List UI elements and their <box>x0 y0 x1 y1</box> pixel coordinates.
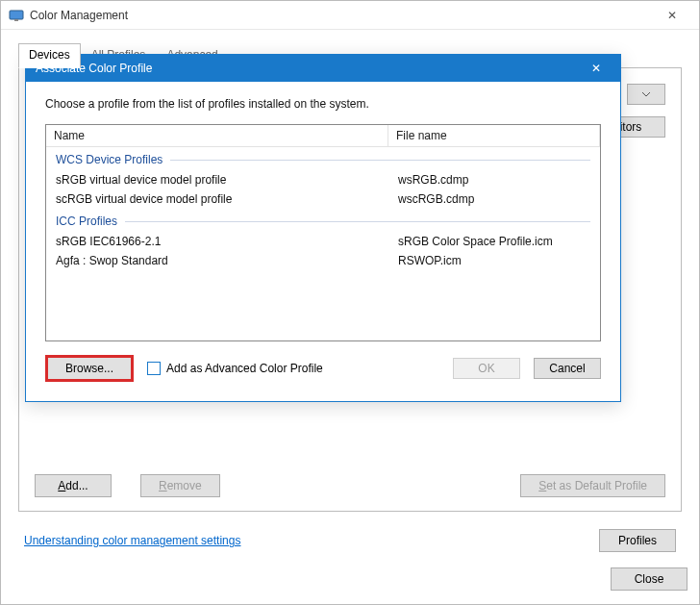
list-item[interactable]: sRGB IEC61966-2.1sRGB Color Space Profil… <box>46 232 600 251</box>
associate-color-profile-dialog: Associate Color Profile ✕ Choose a profi… <box>25 54 621 402</box>
window-title: Color Management <box>30 9 653 22</box>
set-default-button[interactable]: Set as Default Profile <box>520 474 665 497</box>
titlebar: Color Management ✕ <box>1 1 699 30</box>
browse-button[interactable]: Browse... <box>45 355 134 382</box>
list-item[interactable]: sRGB virtual device model profilewsRGB.c… <box>46 170 600 189</box>
dialog-title: Associate Color Profile <box>36 62 582 75</box>
chevron-down-icon <box>642 92 650 97</box>
list-header: Name File name <box>46 125 600 147</box>
footer-link-row: Understanding color management settings … <box>24 529 676 552</box>
list-item[interactable]: scRGB virtual device model profilewscRGB… <box>46 189 600 209</box>
window-close-button[interactable]: ✕ <box>653 1 691 29</box>
svg-rect-1 <box>14 19 18 21</box>
remove-button[interactable]: Remove <box>140 474 220 497</box>
panel-button-row: Add... Remove Set as Default Profile <box>35 474 665 497</box>
add-button[interactable]: Add... <box>35 474 112 497</box>
ok-button[interactable]: OK <box>453 358 520 379</box>
list-group-header: WCS Device Profiles <box>46 147 600 170</box>
help-link[interactable]: Understanding color management settings <box>24 534 240 547</box>
dialog-titlebar: Associate Color Profile ✕ <box>26 55 620 82</box>
dialog-instruction: Choose a profile from the list of profil… <box>45 97 601 111</box>
list-item[interactable]: Agfa : Swop StandardRSWOP.icm <box>46 251 600 270</box>
dialog-button-row: Browse... Add as Advanced Color Profile … <box>45 355 601 382</box>
profiles-button[interactable]: Profiles <box>599 529 676 552</box>
profile-listbox[interactable]: Name File name WCS Device ProfilessRGB v… <box>45 124 601 341</box>
app-icon <box>9 8 24 23</box>
checkbox-label: Add as Advanced Color Profile <box>166 362 323 375</box>
svg-rect-0 <box>10 11 23 19</box>
close-button[interactable]: Close <box>611 567 688 591</box>
add-advanced-checkbox[interactable]: Add as Advanced Color Profile <box>147 362 323 375</box>
dialog-close-button[interactable]: ✕ <box>582 62 611 75</box>
column-name[interactable]: Name <box>46 125 388 146</box>
checkbox-icon <box>147 362 161 375</box>
list-group-header: ICC Profiles <box>46 209 600 232</box>
device-dropdown[interactable] <box>627 84 665 105</box>
cancel-button[interactable]: Cancel <box>534 358 601 379</box>
tab-devices[interactable]: Devices <box>18 43 81 68</box>
column-file[interactable]: File name <box>388 125 600 146</box>
